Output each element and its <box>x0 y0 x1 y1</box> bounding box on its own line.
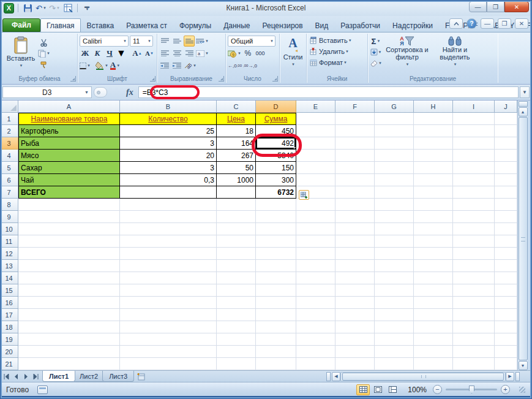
cell-F21[interactable] <box>335 358 375 370</box>
cell-E12[interactable] <box>296 248 335 260</box>
shrink-font-button[interactable]: А▼ <box>144 48 155 59</box>
cell-D2[interactable]: 450 <box>256 125 296 137</box>
column-header-D[interactable]: D <box>256 101 296 113</box>
font-color-button[interactable]: А▼ <box>110 60 121 71</box>
cell-B5[interactable]: 3 <box>120 162 217 174</box>
cell-D12[interactable] <box>256 248 296 260</box>
cell-H13[interactable] <box>414 260 453 272</box>
borders-button[interactable]: ▼ <box>80 60 91 71</box>
cell-F7[interactable] <box>335 186 375 199</box>
column-header-B[interactable]: B <box>120 101 217 113</box>
cell-I8[interactable] <box>453 199 495 211</box>
cell-C10[interactable] <box>217 223 256 235</box>
cell-H5[interactable] <box>414 162 453 174</box>
sheet-tab-3[interactable]: Лист3 <box>102 371 134 382</box>
scroll-down-icon[interactable]: ▼ <box>519 361 528 370</box>
cell-G17[interactable] <box>375 309 414 321</box>
cell-A4[interactable]: Мясо <box>18 150 120 162</box>
row-header-9[interactable]: 9 <box>0 211 18 223</box>
row-header-8[interactable]: 8 <box>0 199 18 211</box>
cell-G7[interactable] <box>375 186 414 199</box>
cell-H20[interactable] <box>414 346 453 358</box>
minimize-button[interactable]: — <box>469 1 487 12</box>
cell-E14[interactable] <box>296 272 335 284</box>
cell-I11[interactable] <box>453 235 495 248</box>
cell-B20[interactable] <box>120 346 217 358</box>
cell-B14[interactable] <box>120 272 217 284</box>
decrease-decimal-icon[interactable]: ,00→,0 <box>243 60 257 71</box>
cell-C8[interactable] <box>217 199 256 211</box>
cell-B3[interactable]: 3 <box>120 137 217 150</box>
delete-cells-button[interactable]: Удалить▼ <box>310 46 365 57</box>
format-painter-icon[interactable] <box>38 59 50 70</box>
cell-A2[interactable]: Картофель <box>18 125 120 137</box>
cell-F12[interactable] <box>335 248 375 260</box>
bold-button[interactable]: Ж <box>80 48 91 59</box>
font-dialog-launcher-icon[interactable] <box>150 76 155 82</box>
cell-E17[interactable] <box>296 309 335 321</box>
cell-H3[interactable] <box>414 137 453 150</box>
cell-H2[interactable] <box>414 125 453 137</box>
align-bottom-icon[interactable] <box>184 36 195 47</box>
cell-B12[interactable] <box>120 248 217 260</box>
column-header-C[interactable]: C <box>217 101 256 113</box>
cell-D11[interactable] <box>256 235 296 248</box>
workbook-restore-icon[interactable]: ❐ <box>498 18 511 29</box>
cell-J18[interactable] <box>495 321 517 333</box>
prev-sheet-icon[interactable] <box>12 372 21 381</box>
cell-F14[interactable] <box>335 272 375 284</box>
cell-J19[interactable] <box>495 333 517 346</box>
cell-I3[interactable] <box>453 137 495 150</box>
scroll-left-icon[interactable]: ◀ <box>332 372 340 381</box>
cell-A13[interactable] <box>18 260 120 272</box>
row-header-19[interactable]: 19 <box>0 333 18 346</box>
sheet-tab-1[interactable]: Лист1 <box>42 371 75 382</box>
cell-B18[interactable] <box>120 321 217 333</box>
cell-A14[interactable] <box>18 272 120 284</box>
cell-H8[interactable] <box>414 199 453 211</box>
cell-J21[interactable] <box>495 358 517 370</box>
cell-G3[interactable] <box>375 137 414 150</box>
cell-H18[interactable] <box>414 321 453 333</box>
cell-J12[interactable] <box>495 248 517 260</box>
cell-G8[interactable] <box>375 199 414 211</box>
cell-C16[interactable] <box>217 297 256 309</box>
cell-F9[interactable] <box>335 211 375 223</box>
cell-A10[interactable] <box>18 223 120 235</box>
cell-E10[interactable] <box>296 223 335 235</box>
cell-G13[interactable] <box>375 260 414 272</box>
cell-A8[interactable] <box>18 199 120 211</box>
cell-D16[interactable] <box>256 297 296 309</box>
tab-developer[interactable]: Разработчи <box>334 18 386 32</box>
cell-E4[interactable] <box>296 150 335 162</box>
paste-button[interactable]: Вставить ▼ <box>4 35 38 73</box>
cell-G18[interactable] <box>375 321 414 333</box>
cell-J1[interactable] <box>495 113 517 125</box>
cell-B21[interactable] <box>120 358 217 370</box>
alignment-dialog-launcher-icon[interactable] <box>219 76 224 82</box>
cell-I19[interactable] <box>453 333 495 346</box>
row-header-11[interactable]: 11 <box>0 235 18 248</box>
comma-style-button[interactable]: 000 <box>255 48 266 59</box>
cell-D10[interactable] <box>256 223 296 235</box>
cell-E9[interactable] <box>296 211 335 223</box>
cell-D15[interactable] <box>256 284 296 297</box>
cell-F16[interactable] <box>335 297 375 309</box>
cell-B6[interactable]: 0,3 <box>120 174 217 186</box>
cell-F10[interactable] <box>335 223 375 235</box>
merge-center-icon[interactable]: a▼ <box>196 48 209 59</box>
cell-E5[interactable] <box>296 162 335 174</box>
number-format-combo[interactable]: Общий▼ <box>228 36 275 47</box>
cell-B1[interactable]: Количество <box>120 113 217 125</box>
cell-D5[interactable]: 150 <box>256 162 296 174</box>
tab-addins[interactable]: Надстройки <box>386 18 439 32</box>
column-header-J[interactable]: J <box>495 101 517 113</box>
cell-H10[interactable] <box>414 223 453 235</box>
last-sheet-icon[interactable] <box>31 372 40 381</box>
column-header-G[interactable]: G <box>375 101 414 113</box>
cell-E21[interactable] <box>296 358 335 370</box>
sheet-tab-2[interactable]: Лист2 <box>73 371 105 382</box>
tab-page-layout[interactable]: Разметка ст <box>120 18 173 32</box>
fill-button[interactable]: ▼ <box>370 47 382 58</box>
zoom-thumb[interactable] <box>469 386 474 393</box>
